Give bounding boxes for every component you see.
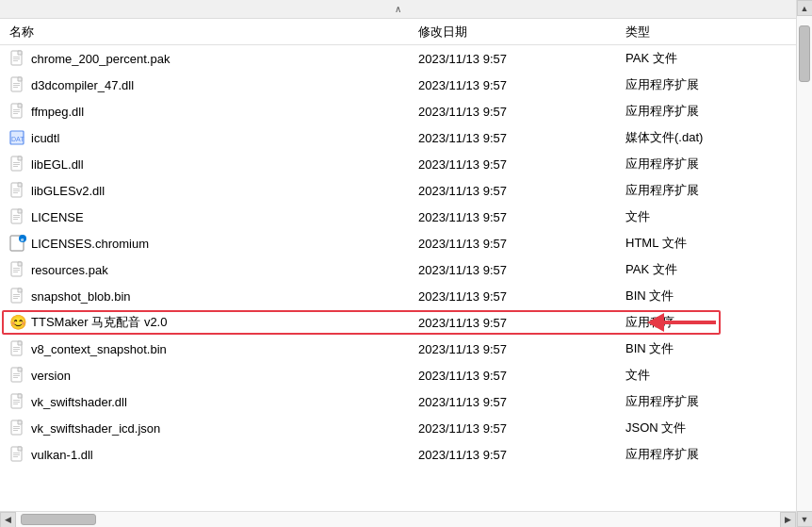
- scroll-top-bar[interactable]: ∧: [0, 0, 796, 19]
- file-icon: [9, 103, 26, 120]
- svg-rect-17: [13, 166, 18, 167]
- file-type-cell: 文件: [625, 367, 776, 384]
- table-row[interactable]: version2023/11/13 9:57文件: [0, 362, 796, 388]
- svg-rect-34: [13, 294, 20, 295]
- file-date-cell: 2023/11/13 9:57: [418, 210, 625, 224]
- file-type-cell: BIN 文件: [625, 340, 776, 357]
- file-type-cell: BIN 文件: [625, 288, 776, 305]
- file-icon: [9, 208, 26, 225]
- column-headers: 名称 修改日期 类型: [0, 19, 796, 45]
- table-row[interactable]: v8_context_snapshot.bin2023/11/13 9:57BI…: [0, 336, 796, 362]
- file-icon: [9, 182, 26, 199]
- file-icon: [9, 446, 26, 463]
- table-row[interactable]: libEGL.dll2023/11/13 9:57应用程序扩展: [0, 151, 796, 177]
- svg-rect-11: [13, 113, 18, 114]
- svg-rect-52: [13, 430, 18, 431]
- table-row[interactable]: LICENSE2023/11/13 9:57文件: [0, 204, 796, 230]
- svg-rect-50: [13, 426, 20, 427]
- file-name-cell: ffmpeg.dll: [4, 103, 418, 120]
- vertical-scrollbar[interactable]: ▲ ▼: [796, 0, 812, 527]
- file-type-cell: PAK 文件: [625, 261, 776, 278]
- file-type-cell: 文件: [625, 208, 776, 225]
- svg-rect-2: [13, 58, 20, 59]
- table-row[interactable]: resources.pak2023/11/13 9:57PAK 文件: [0, 256, 796, 283]
- table-row[interactable]: snapshot_blob.bin2023/11/13 9:57BIN 文件: [0, 283, 796, 309]
- svg-rect-7: [13, 87, 18, 88]
- file-name-cell: vk_swiftshader_icd.json: [4, 420, 418, 436]
- scroll-down-btn[interactable]: ▼: [797, 511, 813, 527]
- svg-rect-46: [13, 400, 20, 401]
- svg-rect-40: [13, 351, 18, 352]
- scroll-up-button[interactable]: ∧: [391, 2, 406, 17]
- table-row[interactable]: vulkan-1.dll2023/11/13 9:57应用程序扩展: [0, 441, 796, 468]
- svg-rect-16: [13, 164, 20, 165]
- file-name-text: icudtl: [31, 131, 59, 145]
- file-icon: e: [9, 235, 26, 252]
- table-row[interactable]: vk_swiftshader.dll2023/11/13 9:57应用程序扩展: [0, 388, 796, 415]
- file-name-cell: 😊TTSMaker 马克配音 v2.0: [4, 314, 418, 331]
- scroll-thumb-vertical[interactable]: [799, 25, 810, 82]
- file-date-cell: 2023/11/13 9:57: [418, 131, 625, 145]
- scroll-right-btn[interactable]: ▶: [780, 512, 796, 528]
- table-row[interactable]: vk_swiftshader_icd.json2023/11/13 9:57JS…: [0, 415, 796, 441]
- table-row[interactable]: eLICENSES.chromium2023/11/13 9:57HTML 文件: [0, 230, 796, 256]
- file-name-text: version: [31, 369, 71, 383]
- file-name-cell: DATicudtl: [4, 129, 418, 146]
- svg-rect-15: [13, 162, 20, 163]
- svg-rect-9: [13, 109, 20, 110]
- horizontal-scrollbar[interactable]: ◀ ▶: [0, 511, 796, 527]
- header-name: 名称: [4, 24, 418, 41]
- file-date-cell: 2023/11/13 9:57: [418, 421, 625, 436]
- svg-rect-32: [13, 272, 18, 272]
- file-icon: [9, 76, 26, 93]
- file-name-cell: libGLESv2.dll: [4, 182, 418, 199]
- svg-rect-39: [13, 349, 20, 350]
- svg-rect-43: [13, 375, 20, 376]
- scroll-up-btn[interactable]: ▲: [797, 0, 813, 16]
- file-name-cell: snapshot_blob.bin: [4, 288, 418, 305]
- scroll-track-vertical[interactable]: [797, 16, 812, 511]
- scroll-left-btn[interactable]: ◀: [0, 512, 16, 528]
- file-name-text: LICENSES.chromium: [31, 237, 149, 251]
- file-date-cell: 2023/11/13 9:57: [418, 52, 625, 66]
- file-date-cell: 2023/11/13 9:57: [418, 316, 625, 330]
- svg-rect-55: [13, 454, 20, 455]
- file-date-cell: 2023/11/13 9:57: [418, 157, 625, 172]
- file-date-cell: 2023/11/13 9:57: [418, 289, 625, 304]
- table-row[interactable]: libGLESv2.dll2023/11/13 9:57应用程序扩展: [0, 177, 796, 204]
- file-name-text: vulkan-1.dll: [31, 448, 93, 462]
- file-name-cell: v8_context_snapshot.bin: [4, 340, 418, 357]
- table-row[interactable]: ffmpeg.dll2023/11/13 9:57应用程序扩展: [0, 98, 796, 124]
- file-icon: [9, 156, 26, 173]
- svg-rect-19: [13, 189, 20, 189]
- file-type-cell: PAK 文件: [625, 50, 776, 67]
- svg-rect-54: [13, 453, 20, 453]
- file-date-cell: 2023/11/13 9:57: [418, 263, 625, 277]
- header-date: 修改日期: [418, 24, 625, 41]
- file-name-cell: vulkan-1.dll: [4, 446, 418, 463]
- svg-rect-20: [13, 190, 20, 191]
- file-date-cell: 2023/11/13 9:57: [418, 342, 625, 356]
- table-row[interactable]: 😊TTSMaker 马克配音 v2.02023/11/13 9:57应用程序: [0, 309, 796, 336]
- file-name-text: LICENSE: [31, 210, 84, 224]
- svg-rect-47: [13, 402, 20, 403]
- svg-rect-25: [13, 219, 18, 220]
- table-row[interactable]: DATicudtl2023/11/13 9:57媒体文件(.dat): [0, 124, 796, 151]
- scroll-thumb-horizontal[interactable]: [21, 514, 96, 525]
- table-row[interactable]: chrome_200_percent.pak2023/11/13 9:57PAK…: [0, 45, 796, 72]
- file-name-text: chrome_200_percent.pak: [31, 52, 170, 66]
- file-icon: 😊: [9, 314, 26, 331]
- svg-rect-51: [13, 428, 20, 429]
- svg-rect-30: [13, 268, 20, 269]
- file-icon: [9, 340, 26, 357]
- file-name-text: vk_swiftshader_icd.json: [31, 421, 160, 436]
- file-type-cell: 应用程序扩展: [625, 156, 776, 173]
- table-row[interactable]: d3dcompiler_47.dll2023/11/13 9:57应用程序扩展: [0, 72, 796, 98]
- file-icon: [9, 50, 26, 67]
- svg-rect-42: [13, 373, 20, 374]
- file-name-text: d3dcompiler_47.dll: [31, 78, 134, 92]
- svg-rect-56: [13, 456, 18, 457]
- svg-rect-44: [13, 377, 18, 378]
- scroll-track-horizontal[interactable]: [16, 512, 780, 527]
- file-name-text: v8_context_snapshot.bin: [31, 342, 167, 356]
